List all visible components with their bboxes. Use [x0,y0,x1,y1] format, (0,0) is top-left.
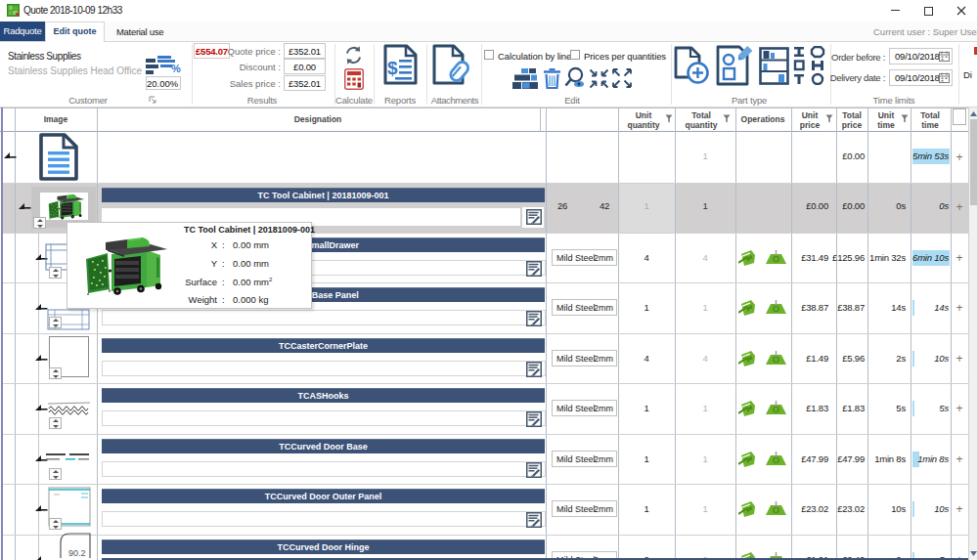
svg-text:90.2: 90.2 [68,548,86,558]
svg-text:$: $ [387,58,398,78]
svg-text:%: % [171,63,181,74]
